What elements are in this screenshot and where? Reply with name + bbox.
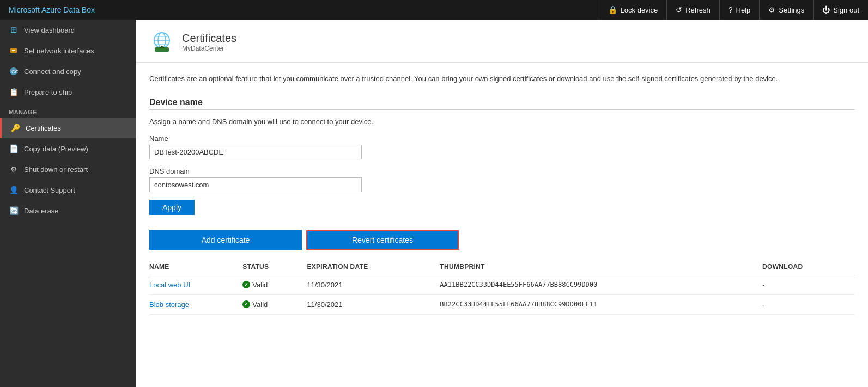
table-row: Local web UI Valid 11/30/2021 AA11BB22CC… bbox=[149, 275, 855, 294]
page-title: Certificates bbox=[182, 32, 236, 45]
revert-certificates-button[interactable]: Revert certificates bbox=[306, 230, 459, 250]
col-expiration: EXPIRATION DATE bbox=[307, 259, 440, 275]
sidebar-label-support: Contact Support bbox=[24, 186, 75, 194]
sidebar-item-support[interactable]: 👤 Contact Support bbox=[0, 180, 136, 200]
sidebar-item-prepare-ship[interactable]: 📋 Prepare to ship bbox=[0, 82, 136, 102]
sidebar-label-copy-data: Copy data (Preview) bbox=[24, 145, 88, 153]
sidebar-item-certificates[interactable]: 🔑 Certificates bbox=[0, 118, 136, 138]
refresh-icon: ↺ bbox=[676, 5, 682, 14]
content-area: Certificates MyDataCenter Certificates a… bbox=[136, 20, 868, 387]
sidebar-label-dashboard: View dashboard bbox=[24, 26, 75, 34]
support-icon: 👤 bbox=[9, 185, 19, 195]
signout-icon: ⏻ bbox=[822, 5, 830, 14]
svg-rect-1 bbox=[12, 50, 15, 51]
main-layout: ⊞ View dashboard Set network interfaces … bbox=[0, 20, 868, 387]
cert-actions: Add certificate Revert certificates bbox=[149, 230, 855, 250]
sidebar-label-certificates: Certificates bbox=[26, 124, 61, 132]
certificates-table: NAME STATUS EXPIRATION DATE THUMBPRINT D… bbox=[149, 259, 855, 315]
lock-device-button[interactable]: 🔒 Lock device bbox=[599, 0, 667, 20]
sidebar-item-shutdown[interactable]: ⚙ Shut down or restart bbox=[0, 159, 136, 180]
svg-rect-9 bbox=[155, 47, 169, 52]
copy-data-icon: 📄 bbox=[9, 144, 19, 153]
cert-name-localwebui: Local web UI bbox=[149, 275, 242, 294]
device-name-sub: Assign a name and DNS domain you will us… bbox=[149, 118, 855, 126]
cert-status-blob: Valid bbox=[242, 294, 307, 314]
sidebar-item-erase[interactable]: 🔄 Data erase bbox=[0, 200, 136, 221]
page-header-text: Certificates MyDataCenter bbox=[182, 32, 236, 52]
sidebar-item-view-dashboard[interactable]: ⊞ View dashboard bbox=[0, 20, 136, 40]
table-body: Local web UI Valid 11/30/2021 AA11BB22CC… bbox=[149, 275, 855, 314]
topbar-actions: 🔒 Lock device ↺ Refresh ? Help ⚙ Setting… bbox=[599, 0, 868, 20]
apply-button[interactable]: Apply bbox=[149, 200, 195, 215]
sidebar-label-connect: Connect and copy bbox=[24, 67, 81, 76]
valid-icon-2 bbox=[242, 300, 250, 308]
shutdown-icon: ⚙ bbox=[9, 164, 19, 174]
col-name: NAME bbox=[149, 259, 242, 275]
status-valid: Valid bbox=[242, 281, 300, 289]
cert-thumb-localwebui: AA11BB22CC33DD44EE55FF66AA77BB88CC99DD00 bbox=[440, 275, 762, 294]
cert-expiry-blob: 11/30/2021 bbox=[307, 294, 440, 314]
col-status: STATUS bbox=[242, 259, 307, 275]
settings-icon: ⚙ bbox=[768, 5, 775, 14]
ship-icon: 📋 bbox=[9, 87, 19, 97]
status-valid-2: Valid bbox=[242, 300, 300, 309]
device-name-heading: Device name bbox=[149, 97, 855, 107]
table-header: NAME STATUS EXPIRATION DATE THUMBPRINT D… bbox=[149, 259, 855, 275]
svg-text:CC: CC bbox=[11, 69, 18, 75]
sidebar-label-erase: Data erase bbox=[24, 207, 59, 215]
connect-copy-icon: CC bbox=[9, 66, 19, 76]
dns-input[interactable] bbox=[149, 177, 362, 192]
table-row: Blob storage Valid 11/30/2021 BB22CC33DD… bbox=[149, 294, 855, 314]
cert-expiry-localwebui: 11/30/2021 bbox=[307, 275, 440, 294]
name-form-group: Name bbox=[149, 134, 855, 159]
sidebar: ⊞ View dashboard Set network interfaces … bbox=[0, 20, 136, 387]
page-header: Certificates MyDataCenter bbox=[136, 20, 868, 63]
sidebar-item-set-network[interactable]: Set network interfaces bbox=[0, 40, 136, 61]
page-description: Certificates are an optional feature tha… bbox=[149, 73, 855, 84]
cert-link-blob[interactable]: Blob storage bbox=[149, 300, 189, 309]
sidebar-item-connect-copy[interactable]: CC Connect and copy bbox=[0, 61, 136, 82]
sidebar-label-ship: Prepare to ship bbox=[24, 88, 72, 96]
cert-name-blob: Blob storage bbox=[149, 294, 242, 314]
cert-status-localwebui: Valid bbox=[242, 275, 307, 294]
network-icon bbox=[9, 46, 19, 56]
erase-icon: 🔄 bbox=[9, 206, 19, 216]
name-input[interactable] bbox=[149, 145, 362, 159]
content-body: Certificates are an optional feature tha… bbox=[136, 63, 868, 325]
cert-thumb-blob: BB22CC33DD44EE55FF66AA77BB88CC99DD00EE11 bbox=[440, 294, 762, 314]
sidebar-label-shutdown: Shut down or restart bbox=[24, 165, 88, 174]
table-header-row: NAME STATUS EXPIRATION DATE THUMBPRINT D… bbox=[149, 259, 855, 275]
cert-dl-blob: - bbox=[762, 294, 855, 314]
signout-button[interactable]: ⏻ Sign out bbox=[813, 0, 868, 20]
col-download: DOWNLOAD bbox=[762, 259, 855, 275]
cert-icon: 🔑 bbox=[10, 123, 20, 133]
col-thumbprint: THUMBPRINT bbox=[440, 259, 762, 275]
sidebar-label-network: Set network interfaces bbox=[24, 47, 94, 55]
dns-form-group: DNS domain bbox=[149, 167, 855, 192]
page-subtitle: MyDataCenter bbox=[182, 45, 236, 52]
add-certificate-button[interactable]: Add certificate bbox=[149, 230, 302, 250]
app-title: Microsoft Azure Data Box bbox=[9, 5, 95, 14]
manage-section-label: MANAGE bbox=[0, 102, 136, 118]
section-divider bbox=[149, 109, 855, 110]
settings-button[interactable]: ⚙ Settings bbox=[759, 0, 813, 20]
lock-icon: 🔒 bbox=[608, 5, 617, 14]
topbar: Microsoft Azure Data Box 🔒 Lock device ↺… bbox=[0, 0, 868, 20]
refresh-button[interactable]: ↺ Refresh bbox=[666, 0, 719, 20]
help-button[interactable]: ? Help bbox=[719, 0, 760, 20]
cert-link-localwebui[interactable]: Local web UI bbox=[149, 281, 190, 289]
name-label: Name bbox=[149, 134, 855, 143]
sidebar-item-copy-data[interactable]: 📄 Copy data (Preview) bbox=[0, 138, 136, 159]
cert-dl-localwebui: - bbox=[762, 275, 855, 294]
help-icon: ? bbox=[729, 5, 733, 14]
dashboard-icon: ⊞ bbox=[9, 25, 19, 35]
valid-icon bbox=[242, 281, 250, 288]
page-header-icon bbox=[149, 29, 174, 54]
dns-label: DNS domain bbox=[149, 167, 855, 175]
